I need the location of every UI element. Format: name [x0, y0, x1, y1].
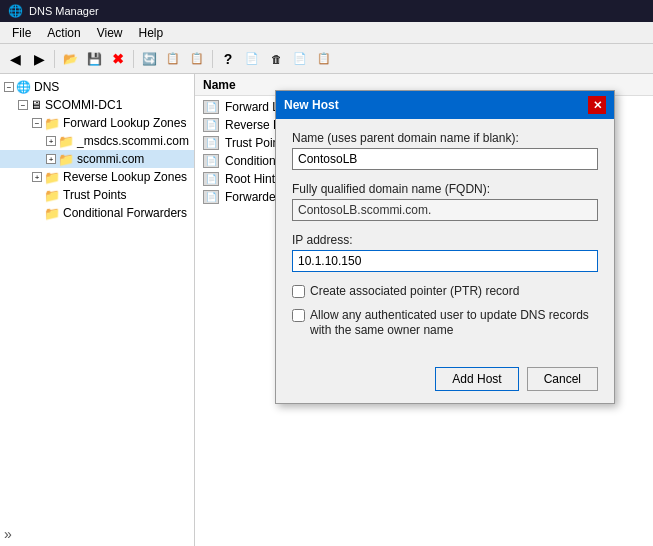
new-host-dialog: New Host ✕ Name (uses parent domain name…: [275, 90, 615, 404]
auth-checkbox-label: Allow any authenticated user to update D…: [310, 308, 598, 339]
ip-input[interactable]: [292, 250, 598, 272]
modal-overlay: New Host ✕ Name (uses parent domain name…: [0, 0, 653, 546]
add-host-button[interactable]: Add Host: [435, 367, 518, 391]
fqdn-label: Fully qualified domain name (FQDN):: [292, 182, 598, 196]
ptr-checkbox[interactable]: [292, 285, 305, 298]
cancel-button[interactable]: Cancel: [527, 367, 598, 391]
ptr-checkbox-label: Create associated pointer (PTR) record: [310, 284, 519, 300]
dialog-body: Name (uses parent domain name if blank):…: [276, 119, 614, 359]
dialog-footer: Add Host Cancel: [276, 359, 614, 403]
dialog-title: New Host: [284, 98, 339, 112]
ptr-checkbox-row: Create associated pointer (PTR) record: [292, 284, 598, 300]
fqdn-field-group: Fully qualified domain name (FQDN): Cont…: [292, 182, 598, 221]
dialog-close-button[interactable]: ✕: [588, 96, 606, 114]
auth-checkbox[interactable]: [292, 309, 305, 322]
name-field-group: Name (uses parent domain name if blank):: [292, 131, 598, 170]
dialog-titlebar: New Host ✕: [276, 91, 614, 119]
ip-label: IP address:: [292, 233, 598, 247]
name-label: Name (uses parent domain name if blank):: [292, 131, 598, 145]
fqdn-value: ContosoLB.scommi.com.: [292, 199, 598, 221]
auth-checkbox-row: Allow any authenticated user to update D…: [292, 308, 598, 339]
ip-field-group: IP address:: [292, 233, 598, 272]
name-input[interactable]: [292, 148, 598, 170]
